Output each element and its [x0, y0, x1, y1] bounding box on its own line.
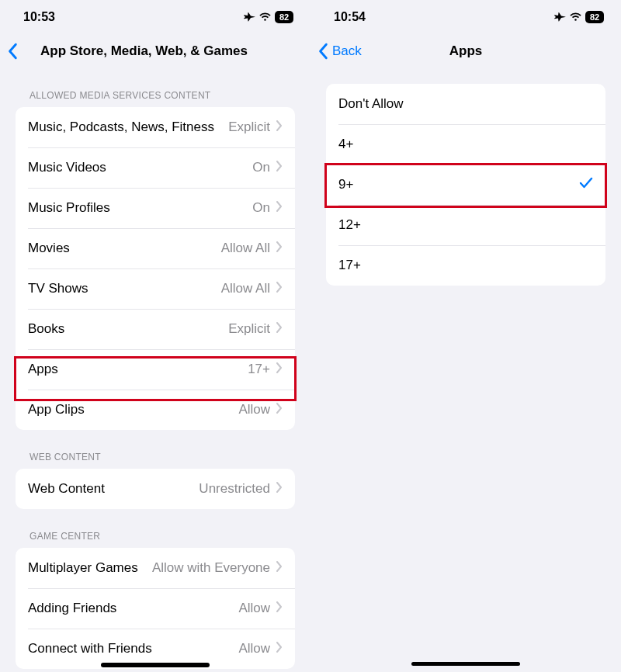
page-title: App Store, Media, Web, & Games: [40, 43, 303, 59]
row-value: Unrestricted: [199, 481, 270, 497]
chevron-right-icon: [276, 120, 283, 134]
row-value: Allow All: [221, 241, 270, 256]
row-value: Allow: [238, 601, 270, 616]
chevron-right-icon: [276, 642, 283, 656]
row-label: Web Content: [28, 481, 199, 497]
row-music-profiles[interactable]: Music Profiles On: [16, 188, 295, 228]
status-bar: 10:54 82: [310, 0, 621, 34]
status-time: 10:54: [334, 10, 366, 24]
battery-icon: 82: [585, 11, 604, 23]
row-label: Music, Podcasts, News, Fitness: [28, 120, 228, 135]
row-apps[interactable]: Apps 17+: [16, 349, 295, 390]
chevron-right-icon: [276, 482, 283, 496]
row-label: Multiplayer Games: [28, 560, 152, 576]
row-label: Movies: [28, 241, 221, 256]
wifi-icon: [569, 12, 582, 22]
web-list: Web Content Unrestricted: [16, 469, 295, 509]
row-dont-allow[interactable]: Don't Allow: [326, 84, 605, 124]
row-movies[interactable]: Movies Allow All: [16, 228, 295, 268]
apps-rating-list: Don't Allow 4+ 9+ 12+ 17+: [326, 84, 605, 286]
back-button[interactable]: [8, 43, 19, 60]
row-label: App Clips: [28, 402, 238, 417]
row-label: TV Shows: [28, 281, 221, 296]
chevron-left-icon: [8, 43, 19, 60]
row-value: Allow with Everyone: [152, 560, 270, 576]
row-label: 9+: [338, 177, 579, 192]
row-value: Explicit: [228, 321, 270, 337]
screen-media-settings: 10:53 82 App Store, Media, Web, & Games …: [0, 0, 310, 672]
row-music-podcasts[interactable]: Music, Podcasts, News, Fitness Explicit: [16, 107, 295, 147]
back-button[interactable]: Back: [318, 43, 362, 60]
row-value: 17+: [248, 362, 270, 377]
status-indicators: 82: [243, 11, 293, 23]
chevron-right-icon: [276, 322, 283, 336]
row-4-plus[interactable]: 4+: [326, 124, 605, 165]
row-17-plus[interactable]: 17+: [326, 245, 605, 286]
row-label: Apps: [28, 362, 248, 377]
airplane-icon: [243, 12, 255, 23]
section-header-game-center: GAME CENTER: [0, 509, 310, 548]
section-header-web: WEB CONTENT: [0, 430, 310, 469]
gamecenter-list: Multiplayer Games Allow with Everyone Ad…: [16, 548, 295, 669]
row-value: Explicit: [228, 120, 270, 135]
row-tv-shows[interactable]: TV Shows Allow All: [16, 268, 295, 309]
chevron-right-icon: [276, 561, 283, 575]
chevron-right-icon: [276, 403, 283, 417]
row-label: Music Profiles: [28, 200, 252, 216]
row-label: Books: [28, 321, 228, 337]
row-value: On: [252, 200, 270, 216]
row-label: Adding Friends: [28, 601, 238, 616]
row-books[interactable]: Books Explicit: [16, 309, 295, 349]
status-time: 10:53: [23, 10, 55, 24]
chevron-right-icon: [276, 282, 283, 296]
row-adding-friends[interactable]: Adding Friends Allow: [16, 588, 295, 629]
battery-icon: 82: [275, 11, 293, 23]
row-app-clips[interactable]: App Clips Allow: [16, 390, 295, 430]
row-value: On: [252, 160, 270, 175]
row-value: Allow: [238, 641, 270, 656]
row-label: Don't Allow: [338, 96, 593, 112]
status-bar: 10:53 82: [0, 0, 310, 34]
chevron-right-icon: [276, 161, 283, 175]
row-value: Allow All: [221, 281, 270, 296]
screen-apps-rating: 10:54 82 Back Apps Don't Allow 4+ 9+: [310, 0, 621, 672]
chevron-right-icon: [276, 362, 283, 376]
row-12-plus[interactable]: 12+: [326, 205, 605, 245]
status-indicators: 82: [553, 11, 604, 23]
row-9-plus[interactable]: 9+: [326, 165, 605, 205]
back-label: Back: [332, 43, 362, 59]
chevron-left-icon: [318, 43, 329, 60]
airplane-icon: [553, 12, 566, 23]
row-label: Connect with Friends: [28, 641, 238, 656]
row-multiplayer-games[interactable]: Multiplayer Games Allow with Everyone: [16, 548, 295, 588]
home-indicator[interactable]: [411, 662, 520, 666]
row-label: 4+: [338, 137, 593, 152]
row-label: 12+: [338, 217, 593, 233]
redaction-bar: [101, 663, 210, 667]
checkmark-icon: [579, 177, 593, 192]
media-list: Music, Podcasts, News, Fitness Explicit …: [16, 107, 295, 430]
row-label: Music Videos: [28, 160, 252, 175]
section-header-media: ALLOWED MEDIA SERVICES CONTENT: [0, 68, 310, 107]
chevron-right-icon: [276, 201, 283, 215]
row-music-videos[interactable]: Music Videos On: [16, 147, 295, 188]
wifi-icon: [258, 12, 272, 22]
nav-bar: App Store, Media, Web, & Games: [0, 34, 310, 68]
row-label: 17+: [338, 258, 593, 273]
chevron-right-icon: [276, 241, 283, 255]
row-value: Allow: [238, 402, 270, 417]
nav-bar: Back Apps: [310, 34, 621, 68]
chevron-right-icon: [276, 601, 283, 615]
row-web-content[interactable]: Web Content Unrestricted: [16, 469, 295, 509]
